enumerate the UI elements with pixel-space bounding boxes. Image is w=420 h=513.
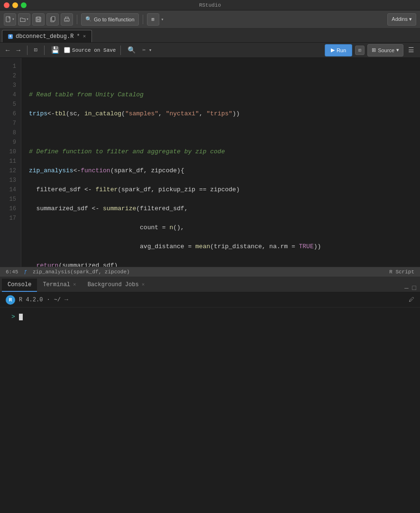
console-maximize-button[interactable]: □ — [412, 284, 416, 292]
separator-3 — [27, 46, 27, 55]
cursor-position: 6:45 — [6, 269, 18, 275]
find-button[interactable]: 🔍 — [126, 45, 137, 55]
function-indicator: ƒ — [24, 269, 27, 275]
code-line-9: count = n(), — [29, 223, 412, 233]
svg-rect-5 — [52, 17, 55, 21]
console-header: R R 4.2.0 · ~/ → 🖊 — [0, 292, 420, 308]
code-line-1 — [29, 71, 412, 81]
new-file-button[interactable]: ▾ — [4, 13, 16, 26]
console-content[interactable]: > — [0, 308, 420, 513]
file-tab-name: dbconnect_debug.R — [16, 33, 73, 40]
code-line-6: zip_analysis <- function(spark_df, zipco… — [29, 166, 412, 176]
print-button[interactable] — [61, 13, 73, 26]
run-icon: ▶ — [331, 47, 335, 53]
editor-secondary-toolbar: ← → ⊡ 💾 Source on Save 🔍 ✂ ▾ ▶ Run ⊞ ⊞ S… — [0, 43, 420, 58]
separator-5 — [120, 46, 121, 55]
show-in-files-button[interactable]: ⊡ — [32, 46, 39, 55]
console-prompt-line: > — [6, 311, 414, 322]
working-dir-arrow[interactable]: → — [64, 296, 68, 303]
file-tabs: R dbconnect_debug.R * × — [0, 28, 420, 43]
r-file-icon: R — [8, 34, 13, 39]
svg-rect-0 — [6, 17, 10, 22]
run-arrow-button[interactable]: ⊞ — [355, 46, 365, 55]
copy-button[interactable] — [46, 13, 59, 26]
layout-button[interactable]: ⊞ — [147, 13, 159, 26]
code-tools-button[interactable]: ✂ ▾ — [140, 46, 154, 54]
separator-2 — [143, 15, 143, 24]
console-clear-button[interactable]: 🖊 — [409, 296, 414, 303]
r-logo: R — [6, 295, 15, 305]
forward-button[interactable]: → — [14, 46, 22, 55]
code-line-5: # Define function to filter and aggregat… — [29, 147, 412, 157]
editor-save-button[interactable]: 💾 — [49, 45, 61, 55]
code-line-8: summarized_sdf <- summarize(filtered_sdf… — [29, 204, 412, 214]
bg-jobs-tab-close[interactable]: × — [142, 282, 145, 288]
separator-4 — [44, 46, 45, 55]
source-on-save-checkbox[interactable] — [64, 47, 70, 53]
main-toolbar: ▾ ▾ 🔍 Go to file/function ⊞ ▾ A — [0, 10, 420, 28]
code-line-3: trips <- tbl(sc, in_catalog("samples", "… — [29, 109, 412, 119]
source-on-save-label[interactable]: Source on Save — [64, 47, 116, 53]
console-tabs-right: — □ — [401, 284, 420, 292]
code-line-4 — [29, 128, 412, 138]
code-editor[interactable]: # Read table from Unity Catalog trips <-… — [21, 58, 420, 267]
file-tab-dbconnect[interactable]: R dbconnect_debug.R * × — [2, 30, 92, 42]
minimize-button[interactable] — [12, 2, 18, 8]
run-button[interactable]: ▶ Run — [325, 44, 352, 56]
prompt-symbol: > — [11, 313, 15, 320]
go-to-file-button[interactable]: 🔍 Go to file/function — [81, 13, 139, 26]
source-icon: ⊞ — [372, 47, 376, 53]
svg-rect-2 — [37, 17, 40, 19]
file-modified-indicator: * — [76, 33, 80, 40]
save-button[interactable] — [32, 13, 45, 26]
open-file-button[interactable]: ▾ — [18, 13, 30, 26]
console-minimize-button[interactable]: — — [404, 284, 408, 292]
window-controls[interactable] — [4, 2, 27, 8]
version-separator: · — [46, 297, 50, 303]
console-panel: Console Terminal × Background Jobs × — □… — [0, 277, 420, 513]
source-button[interactable]: ⊞ Source ▾ — [367, 44, 403, 56]
r-version: R 4.2.0 — [19, 297, 43, 303]
addins-button[interactable]: Addins ▾ — [387, 13, 416, 26]
current-function: zip_analysis(spark_df, zipcode) — [33, 269, 130, 275]
status-bar: 6:45 ƒ zip_analysis(spark_df, zipcode) R… — [0, 267, 420, 277]
app-title: RStudio — [199, 2, 221, 8]
code-line-10: avg_distance = mean(trip_distance, na.rm… — [29, 242, 412, 252]
console-tabs: Console Terminal × Background Jobs × — □ — [0, 277, 420, 292]
cursor — [19, 314, 23, 320]
editor-area: 1 2 3 4 5 6 7 8 9 10 11 12 13 14 15 16 1… — [0, 58, 420, 267]
working-dir: ~/ — [54, 297, 61, 303]
titlebar: RStudio — [0, 0, 420, 10]
code-line-2: # Read table from Unity Catalog — [29, 90, 412, 100]
file-type: R Script — [389, 269, 414, 275]
line-numbers: 1 2 3 4 5 6 7 8 9 10 11 12 13 14 15 16 1… — [0, 58, 21, 267]
code-line-11: return(summarized_sdf) — [29, 261, 412, 267]
svg-rect-3 — [37, 20, 40, 21]
svg-rect-7 — [65, 20, 68, 21]
maximize-button[interactable] — [21, 2, 27, 8]
console-tab-console[interactable]: Console — [2, 279, 37, 292]
separator-1 — [77, 15, 77, 24]
file-tab-close-button[interactable]: × — [83, 34, 86, 39]
go-to-file-icon: 🔍 — [85, 16, 92, 22]
back-button[interactable]: ← — [4, 46, 11, 55]
console-tab-background-jobs[interactable]: Background Jobs × — [82, 279, 151, 292]
code-line-7: filtered_sdf <- filter(spark_df, pickup_… — [29, 185, 412, 195]
options-button[interactable]: ☰ — [406, 45, 416, 55]
console-tabs-left: Console Terminal × Background Jobs × — [2, 279, 150, 292]
console-tab-terminal[interactable]: Terminal × — [37, 279, 82, 292]
terminal-tab-close[interactable]: × — [73, 282, 76, 288]
close-button[interactable] — [4, 2, 9, 8]
